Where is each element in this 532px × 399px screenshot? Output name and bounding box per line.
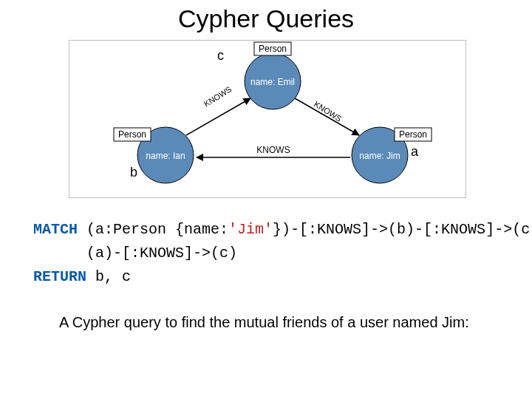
kw-return: RETURN [33, 268, 86, 285]
string-literal: 'Jim' [228, 221, 273, 238]
edge-emil-jim [295, 98, 359, 135]
edge-ian-emil [186, 98, 250, 135]
svg-text:Person: Person [259, 44, 287, 54]
var-a: a [411, 144, 418, 160]
node-ian-prop: name: Ian [146, 151, 185, 161]
cypher-query: MATCH (a:Person {name:'Jim'})-[:KNOWS]->… [33, 218, 532, 289]
type-label-emil: Person [254, 42, 291, 55]
edge-label-jim-ian: KNOWS [256, 145, 290, 155]
svg-text:Person: Person [399, 129, 427, 140]
node-emil-prop: name: Emil [250, 77, 295, 87]
var-b: b [130, 165, 137, 180]
kw-match: MATCH [33, 221, 78, 238]
caption: A Cypher query to find the mutual friend… [59, 314, 469, 331]
type-label-jim: Person [395, 128, 432, 141]
graph-diagram: name: Emil name: Ian name: Jim Person Pe… [69, 40, 466, 198]
svg-text:Person: Person [118, 129, 146, 140]
edge-label-ian-emil: KNOWS [202, 84, 233, 108]
type-label-ian: Person [114, 128, 151, 141]
var-c: c [217, 48, 224, 64]
node-jim-prop: name: Jim [359, 151, 400, 161]
page-title: Cypher Queries [0, 4, 532, 33]
slide: Cypher Queries name: Emil name: Ian name… [0, 0, 532, 399]
